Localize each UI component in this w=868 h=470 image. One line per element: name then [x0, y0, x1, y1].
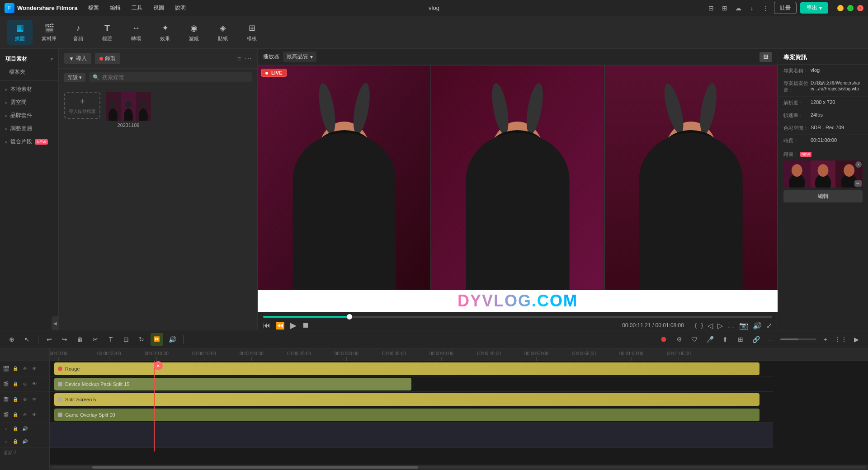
- menu-help[interactable]: 說明: [173, 3, 188, 13]
- fullscreen-icon[interactable]: ⛶: [727, 321, 735, 329]
- quality-selector[interactable]: 最高品質 ▾: [283, 52, 316, 62]
- track-a2-vol[interactable]: 🔊: [21, 437, 29, 446]
- shield-icon[interactable]: 🛡: [688, 333, 701, 346]
- search-input[interactable]: [102, 74, 248, 80]
- tool-template[interactable]: ⊞ 模板: [239, 20, 264, 45]
- tool-transition[interactable]: ↔ 轉場: [123, 20, 149, 45]
- speed-button[interactable]: ⏩: [151, 333, 163, 346]
- window-icon-1[interactable]: ⊟: [706, 3, 716, 13]
- track-v3-copy[interactable]: ⊕: [21, 395, 29, 404]
- section-composite[interactable]: ▸ 復合片段 NEW: [0, 135, 58, 148]
- section-file-folder[interactable]: 檔案夾: [0, 66, 58, 79]
- track-a2-lock[interactable]: 🔒: [11, 437, 19, 446]
- thumbnail-close-button[interactable]: ×: [855, 161, 862, 168]
- play-button[interactable]: ▶: [290, 320, 297, 330]
- menu-view[interactable]: 視圖: [151, 3, 166, 13]
- delete-button[interactable]: 🗑: [74, 333, 86, 346]
- cut-button[interactable]: ✂: [89, 333, 102, 346]
- track-v1-eye[interactable]: 👁: [30, 365, 38, 373]
- settings-icon[interactable]: ⚙: [673, 333, 685, 346]
- expand-icon[interactable]: ▶: [850, 333, 863, 346]
- preset-button[interactable]: 預設 ▾: [64, 73, 85, 82]
- tool-media[interactable]: ▦ 媒體: [7, 20, 33, 45]
- track-a1-vol[interactable]: 🔊: [21, 425, 29, 433]
- prev-marker-icon[interactable]: ◁: [708, 321, 713, 330]
- zoom-out-icon[interactable]: —: [765, 333, 778, 346]
- filter-icon-btn[interactable]: ≡: [237, 55, 241, 62]
- clip-device-mockup[interactable]: Device Mockup Pack Split 15: [54, 378, 411, 390]
- edit-button[interactable]: 編輯: [783, 190, 863, 202]
- track-v1-copy[interactable]: ⊕: [21, 365, 29, 373]
- redo-button[interactable]: ↪: [58, 333, 71, 346]
- timeline-tool-1[interactable]: ⊕: [5, 333, 18, 346]
- more-options-button[interactable]: ⋯: [245, 54, 252, 63]
- window-icon-5[interactable]: ⋮: [760, 3, 770, 13]
- tool-assets[interactable]: 🎬 素材庫: [36, 20, 62, 45]
- timeline-tool-2[interactable]: ↖: [21, 333, 33, 346]
- grid-options-icon[interactable]: ⋮⋮: [835, 333, 847, 346]
- clip-game-overlay[interactable]: Game Overlay Split 00: [54, 409, 760, 421]
- zoom-track[interactable]: [780, 338, 816, 340]
- track-v4-eye[interactable]: 👁: [30, 411, 38, 419]
- menu-file[interactable]: 檔案: [86, 3, 101, 13]
- undo-button[interactable]: ↩: [43, 333, 56, 346]
- snapshot-button[interactable]: 🖼: [760, 52, 772, 62]
- window-icon-4[interactable]: ↓: [747, 3, 757, 13]
- progress-bar[interactable]: [263, 316, 772, 318]
- mark-in-icon[interactable]: {: [695, 322, 697, 329]
- tool-sticker[interactable]: ◈ 貼紙: [210, 20, 236, 45]
- maximize-button[interactable]: □: [847, 5, 854, 11]
- section-project-assets[interactable]: 項目素材 ▾: [0, 52, 58, 66]
- section-brand-kit[interactable]: ▸ 品牌套件: [0, 109, 58, 122]
- section-cloud[interactable]: ▸ 雲空間: [0, 96, 58, 109]
- section-adjust-frames[interactable]: ▸ 調整圖層: [0, 122, 58, 135]
- timeline-main[interactable]: 00:00:00 00:00:05:00 00:00:10:00 00:00:1…: [50, 348, 868, 470]
- clip-rouge[interactable]: Rouge: [54, 362, 760, 375]
- scrollbar-track[interactable]: [52, 466, 866, 469]
- menu-tools[interactable]: 工具: [130, 3, 144, 13]
- track-v2-lock[interactable]: 🔒: [11, 380, 19, 388]
- menu-edit[interactable]: 編輯: [108, 3, 123, 13]
- media-item-20231109[interactable]: 20231109: [106, 92, 151, 128]
- tool-title[interactable]: T 標題: [94, 20, 120, 45]
- track-a1-lock[interactable]: 🔒: [11, 425, 19, 433]
- window-icon-2[interactable]: ⊞: [720, 3, 730, 13]
- import-media-button[interactable]: + 導入媒體檔案: [64, 92, 100, 119]
- next-marker-icon[interactable]: ▷: [717, 321, 723, 330]
- close-button[interactable]: ×: [857, 5, 863, 11]
- frame-back-button[interactable]: ⏪: [276, 321, 285, 330]
- collapse-panel-button[interactable]: ◀: [52, 316, 59, 330]
- export-button[interactable]: 導出 ▾: [800, 2, 828, 14]
- section-local-assets[interactable]: ▸ 本地素材: [0, 83, 58, 96]
- more-ctrl-icon[interactable]: ⤢: [766, 321, 772, 330]
- import-button[interactable]: ▼ 導入: [64, 53, 91, 64]
- track-v1-lock[interactable]: 🔒: [11, 365, 19, 373]
- tool-audio[interactable]: ♪ 音頻: [66, 20, 91, 45]
- zoom-in-icon[interactable]: +: [819, 333, 832, 346]
- window-icon-3[interactable]: ☁: [733, 3, 743, 13]
- volume-icon[interactable]: 🔊: [753, 321, 762, 330]
- minimize-button[interactable]: －: [837, 5, 844, 11]
- track-v3-lock[interactable]: 🔒: [11, 395, 19, 404]
- track-v4-copy[interactable]: ⊕: [21, 411, 29, 419]
- tool-filter[interactable]: ◉ 濾鏡: [181, 20, 207, 45]
- record-button[interactable]: 錄製: [95, 53, 120, 64]
- track-v2-eye[interactable]: 👁: [30, 380, 38, 388]
- tool-effects[interactable]: ✦ 效果: [152, 20, 178, 45]
- grid-icon[interactable]: ⊞: [734, 333, 747, 346]
- skip-back-button[interactable]: ⏮: [263, 321, 270, 329]
- mic-icon[interactable]: 🎤: [703, 333, 716, 346]
- track-v4-lock[interactable]: 🔒: [11, 411, 19, 419]
- track-v2-copy[interactable]: ⊕: [21, 380, 29, 388]
- audio-button[interactable]: 🔊: [166, 333, 179, 346]
- track-v3-eye[interactable]: 👁: [30, 395, 38, 404]
- export-icon[interactable]: ⬆: [719, 333, 731, 346]
- register-button[interactable]: 註冊: [774, 2, 797, 14]
- crop-button[interactable]: ⊡: [120, 333, 132, 346]
- mark-out-icon[interactable]: }: [701, 322, 703, 329]
- text-tool-button[interactable]: T: [104, 333, 117, 346]
- clip-split-screen[interactable]: Split Screen 5: [54, 393, 760, 406]
- thumbnail-edit-icon[interactable]: ✏: [854, 180, 862, 187]
- link-icon[interactable]: 🔗: [750, 333, 762, 346]
- record-circle-icon[interactable]: ⏺: [657, 333, 670, 346]
